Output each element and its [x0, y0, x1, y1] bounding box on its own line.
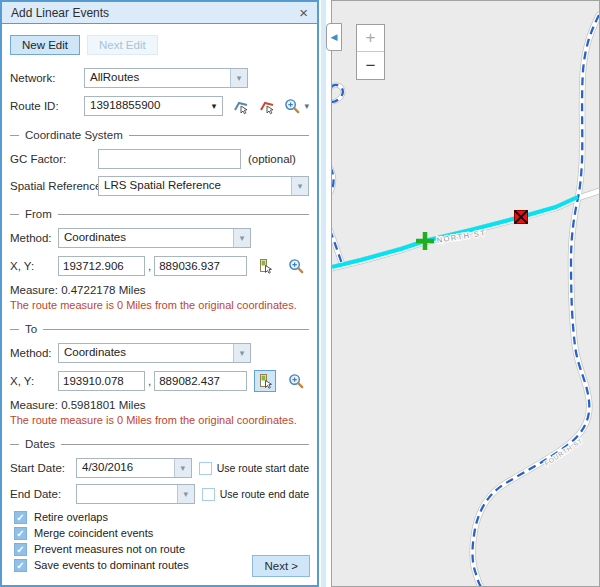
gc-factor-hint: (optional): [248, 153, 296, 165]
spatial-reference-value: LRS Spatial Reference: [99, 177, 291, 195]
add-linear-events-panel: Add Linear Events × New Edit Next Edit N…: [0, 0, 319, 587]
retire-overlaps-label: Retire overlaps: [34, 511, 108, 524]
merge-coincident-events-checkbox[interactable]: ✓: [14, 527, 27, 540]
to-xy-label: X, Y:: [10, 375, 58, 387]
use-route-end-date-checkbox[interactable]: [202, 488, 215, 501]
panel-titlebar: Add Linear Events ×: [2, 2, 317, 24]
from-x-input[interactable]: [58, 256, 145, 276]
clear-route-selection-icon[interactable]: [256, 95, 278, 117]
end-date-select[interactable]: ▾: [76, 484, 195, 504]
network-value: AllRoutes: [85, 69, 230, 87]
from-pick-coordinates-button[interactable]: [254, 255, 276, 277]
route-id-value: 13918855900: [85, 97, 205, 115]
to-section-header: To: [10, 323, 309, 335]
end-date-value: [77, 485, 177, 503]
route-polyline-red-icon: [259, 98, 276, 115]
from-measure-text: Measure: 0.4722178 Miles: [10, 284, 309, 296]
start-date-select[interactable]: 4/30/2016 ▾: [76, 458, 192, 478]
gc-factor-label: GC Factor:: [10, 153, 98, 165]
new-edit-button[interactable]: New Edit: [10, 35, 80, 55]
from-method-value: Coordinates: [59, 229, 233, 247]
gc-factor-input[interactable]: [98, 149, 241, 169]
map-zoom-control: + −: [356, 24, 385, 80]
to-method-select[interactable]: Coordinates ▾: [58, 343, 251, 363]
magnifier-plus-icon: [284, 98, 301, 115]
next-edit-button: Next Edit: [87, 35, 158, 55]
close-icon[interactable]: ×: [299, 5, 308, 20]
option-row: ✓ Retire overlaps: [14, 511, 309, 524]
zoom-in-button[interactable]: +: [357, 25, 384, 52]
start-date-label: Start Date:: [10, 462, 76, 474]
merge-coincident-events-label: Merge coincident events: [34, 527, 153, 540]
to-x-input[interactable]: [58, 371, 145, 391]
start-date-value: 4/30/2016: [77, 459, 174, 477]
spatial-reference-label: Spatial Reference:: [10, 180, 98, 192]
coordinate-picker-icon: [257, 258, 274, 275]
retire-overlaps-checkbox[interactable]: ✓: [14, 511, 27, 524]
chevron-down-icon[interactable]: ▾: [174, 459, 191, 477]
coordinate-picker-icon: [257, 373, 274, 390]
option-row: ✓ Merge coincident events: [14, 527, 309, 540]
use-route-start-date-label: Use route start date: [217, 462, 309, 474]
to-pick-coordinates-button-active[interactable]: [254, 370, 276, 392]
from-warning-text: The route measure is 0 Miles from the or…: [10, 299, 309, 311]
from-method-label: Method:: [10, 232, 58, 244]
use-route-start-date-checkbox[interactable]: [199, 462, 212, 475]
chevron-down-icon[interactable]: ▾: [177, 485, 194, 503]
map-graphics: NORTH ST FOURTH ST: [332, 1, 599, 586]
chevron-down-icon[interactable]: ▾: [205, 97, 222, 115]
network-select[interactable]: AllRoutes ▾: [84, 68, 248, 88]
prevent-measures-not-on-route-label: Prevent measures not on route: [34, 543, 185, 556]
panel-content: New Edit Next Edit Network: AllRoutes ▾ …: [2, 24, 317, 584]
street-label-fourth-st: FOURTH ST: [543, 437, 584, 467]
route-polyline-blue-icon: [233, 98, 250, 115]
prevent-measures-not-on-route-checkbox[interactable]: ✓: [14, 543, 27, 556]
panel-title: Add Linear Events: [11, 6, 299, 20]
end-date-label: End Date:: [10, 488, 76, 500]
save-events-to-dominant-routes-label: Save events to dominant routes: [34, 559, 189, 572]
network-label: Network:: [10, 72, 84, 84]
from-method-select[interactable]: Coordinates ▾: [58, 228, 251, 248]
to-warning-text: The route measure is 0 Miles from the or…: [10, 414, 309, 426]
map-canvas[interactable]: NORTH ST FOURTH ST: [331, 0, 600, 587]
to-method-value: Coordinates: [59, 344, 233, 362]
magnifier-plus-icon: [288, 373, 305, 390]
chevron-down-icon[interactable]: ▾: [304, 101, 309, 111]
zoom-out-button[interactable]: −: [357, 52, 384, 79]
chevron-down-icon[interactable]: ▾: [230, 69, 247, 87]
from-y-input[interactable]: [154, 256, 247, 276]
chevron-down-icon[interactable]: ▾: [233, 229, 250, 247]
to-marker: [515, 211, 528, 224]
select-route-on-map-icon[interactable]: [230, 95, 252, 117]
xy-separator: ,: [148, 375, 151, 387]
dates-section-header: Dates: [10, 438, 309, 450]
to-y-input[interactable]: [154, 371, 247, 391]
xy-separator: ,: [148, 260, 151, 272]
from-section-header: From: [10, 208, 309, 220]
to-method-label: Method:: [10, 347, 58, 359]
zoom-to-route-button[interactable]: ▾: [284, 95, 309, 117]
collapse-arrow-icon: ◀: [331, 32, 338, 42]
next-button[interactable]: Next >: [252, 555, 310, 577]
spatial-reference-select[interactable]: LRS Spatial Reference ▾: [98, 176, 309, 196]
collapse-panel-button[interactable]: ◀: [326, 23, 342, 51]
use-route-end-date-label: Use route end date: [220, 488, 309, 500]
route-id-combo[interactable]: 13918855900 ▾: [84, 96, 223, 116]
selected-route-highlight: [332, 197, 578, 267]
from-xy-label: X, Y:: [10, 260, 58, 272]
magnifier-plus-icon: [288, 258, 305, 275]
from-zoom-to-point-button[interactable]: [285, 255, 307, 277]
to-measure-text: Measure: 0.5981801 Miles: [10, 399, 309, 411]
save-events-to-dominant-routes-checkbox[interactable]: ✓: [14, 559, 27, 572]
coordinate-system-header: Coordinate System: [10, 129, 309, 141]
panel-scrollbar[interactable]: [321, 0, 326, 587]
to-zoom-to-point-button[interactable]: [285, 370, 307, 392]
road-fill: [473, 15, 600, 586]
chevron-down-icon[interactable]: ▾: [291, 177, 308, 195]
route-id-label: Route ID:: [10, 100, 84, 112]
chevron-down-icon[interactable]: ▾: [233, 344, 250, 362]
